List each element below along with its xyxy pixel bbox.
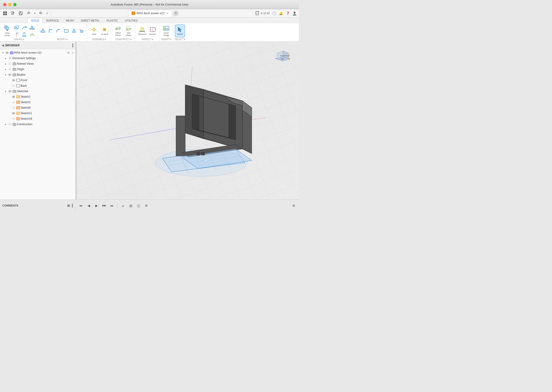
undo-dropdown[interactable]: ▾ [33, 10, 36, 16]
tree-origin[interactable]: ▸ Origin [0, 66, 75, 72]
fillet-btn[interactable] [47, 28, 54, 34]
tree-eye-root[interactable] [5, 51, 9, 55]
tree-front-body[interactable]: Front [0, 77, 75, 83]
tree-root-item[interactable]: ▾ RPi4 4inch screen v21 ⚙ ⊙ [0, 50, 75, 56]
tree-expand-origin[interactable]: ▸ [4, 67, 7, 71]
tree-eye-front[interactable] [11, 78, 16, 82]
midplane-btn[interactable]: Mid Plane [124, 25, 134, 37]
save-button[interactable] [17, 10, 24, 16]
comments-expand-icon[interactable]: ⊞ [67, 204, 70, 207]
measure-btn[interactable]: Measure [137, 25, 147, 37]
tree-doc-settings[interactable]: ▸ ⚙ Document Settings [0, 56, 75, 61]
tree-named-views[interactable]: ▸ Named Views [0, 61, 75, 66]
loft-btn[interactable] [21, 31, 28, 38]
history-icon[interactable]: 🕒 [272, 11, 276, 16]
rib-btn[interactable] [28, 24, 36, 31]
tree-eye-sketches[interactable] [8, 89, 12, 93]
tab-mesh[interactable]: MESH [63, 18, 77, 23]
tab-sheet-metal[interactable]: SHEET METAL [77, 18, 103, 23]
tree-expand-bodies[interactable]: ▾ [4, 73, 7, 77]
tree-expand-const[interactable]: ▸ [4, 122, 7, 126]
tree-expand-sketches[interactable]: ▾ [4, 89, 7, 93]
tree-expand-views[interactable]: ▸ [4, 62, 7, 66]
tree-sketch8[interactable]: Sketch8 [0, 105, 75, 111]
tree-eye-views[interactable] [8, 62, 12, 66]
svg-rect-75 [13, 74, 16, 76]
tab-utilities[interactable]: UTILITIES [121, 18, 141, 23]
tree-eye-sk8[interactable] [11, 106, 16, 110]
tree-sketch18[interactable]: Sketch18 [0, 116, 75, 121]
apps-icon[interactable] [2, 10, 8, 16]
new-tab-button[interactable]: + [173, 10, 179, 16]
browser-collapse-btn[interactable]: ┃ [72, 43, 74, 47]
create-label: CREATE ▾ [14, 38, 25, 41]
notifications-icon[interactable]: 🔔 [278, 11, 283, 16]
active-tab[interactable]: RPi4 4inch screen v21* × [128, 10, 172, 17]
joint-btn[interactable]: Joint [89, 25, 99, 37]
shell-btn[interactable] [63, 28, 70, 34]
tab-solid[interactable]: SOLID [28, 18, 43, 23]
as-built-joint-btn[interactable]: As-Built [99, 25, 110, 37]
anim-play-btn[interactable]: ▶ [93, 202, 100, 209]
anim-start-btn[interactable]: ⏮ [77, 202, 84, 209]
svg-text:FRONT: FRONT [285, 55, 290, 57]
tree-eye-sk1[interactable] [11, 95, 16, 99]
patch-btn[interactable] [28, 31, 36, 38]
tree-sketch11[interactable]: Sketch11 [0, 111, 75, 116]
undo-button[interactable] [25, 10, 32, 16]
settings-btn[interactable]: ⚙ [290, 202, 297, 209]
tree-sketches[interactable]: ▾ Sketches [0, 89, 75, 94]
help-icon[interactable]: ❓ [285, 11, 290, 16]
maximize-button[interactable] [13, 3, 16, 6]
revolve-btn[interactable] [13, 31, 20, 38]
anim-prev-btn[interactable]: ◀ [85, 202, 92, 209]
tab-close-btn[interactable]: × [167, 11, 168, 15]
extrude-btn[interactable] [13, 24, 20, 31]
tree-radio-root[interactable]: ⊙ [71, 51, 75, 55]
timeline-grid-btn[interactable]: ▤ [127, 202, 134, 209]
press-pull-btn[interactable] [39, 28, 47, 34]
anim-end-btn[interactable]: ⏭ [109, 202, 116, 209]
minimize-button[interactable] [8, 3, 11, 6]
tree-eye-bodies[interactable] [8, 73, 12, 77]
section-analysis-btn[interactable]: Section [148, 25, 158, 37]
sweep-btn[interactable] [21, 24, 28, 31]
file-menu[interactable] [10, 10, 16, 16]
redo-button[interactable] [38, 10, 44, 16]
redo-dropdown[interactable]: ▾ [45, 10, 49, 16]
tree-eye-sk2[interactable] [11, 100, 16, 104]
view-cube[interactable]: RIGHT FRONT TOP [274, 46, 292, 65]
tree-eye-const[interactable] [8, 122, 12, 126]
tree-eye-back[interactable] [11, 84, 16, 88]
tree-expand-root[interactable]: ▾ [1, 51, 5, 55]
timeline-marker-btn[interactable]: ⊿ [119, 202, 126, 209]
browser-back-icon[interactable]: ◀ [2, 44, 4, 47]
tree-gear-root[interactable]: ⚙ [66, 51, 70, 55]
3d-model[interactable] [139, 71, 259, 182]
tree-eye-sk11[interactable] [11, 111, 16, 115]
3d-viewport[interactable]: RIGHT FRONT TOP [77, 42, 299, 211]
tree-eye-origin[interactable] [8, 67, 12, 71]
draft-btn[interactable] [70, 28, 78, 34]
profile-icon[interactable] [292, 11, 297, 16]
anim-next-btn[interactable]: ▶▶ [101, 202, 108, 209]
chamfer-btn[interactable] [55, 28, 62, 34]
create-new-component-btn[interactable]: New Comp. [2, 25, 12, 37]
tree-expand-doc[interactable]: ▸ [4, 56, 7, 60]
tree-bodies[interactable]: ▾ Bodies [0, 72, 75, 77]
close-button[interactable] [3, 3, 7, 6]
select-tool-btn[interactable]: Select [175, 25, 185, 37]
tree-sketch2[interactable]: Sketch2 [0, 99, 75, 105]
timeline-camera-btn[interactable]: ◫ [135, 202, 142, 209]
timeline-settings-btn[interactable]: ⚙ [143, 202, 150, 209]
comments-collapse-icon[interactable]: ┃ [71, 204, 73, 207]
tree-eye-sk18[interactable] [11, 117, 16, 121]
tree-sketch1[interactable]: Sketch1 [0, 94, 75, 99]
offset-plane-btn[interactable]: Offset Plane [113, 25, 123, 37]
tree-back-body[interactable]: Back [0, 83, 75, 89]
scale-btn[interactable] [78, 28, 85, 34]
tab-surface[interactable]: SURFACE [43, 18, 63, 23]
insert-image-btn[interactable]: Insert Image [161, 25, 171, 37]
tree-construction[interactable]: ▸ Construction [0, 121, 75, 127]
tab-plastic[interactable]: PLASTIC [103, 18, 121, 23]
